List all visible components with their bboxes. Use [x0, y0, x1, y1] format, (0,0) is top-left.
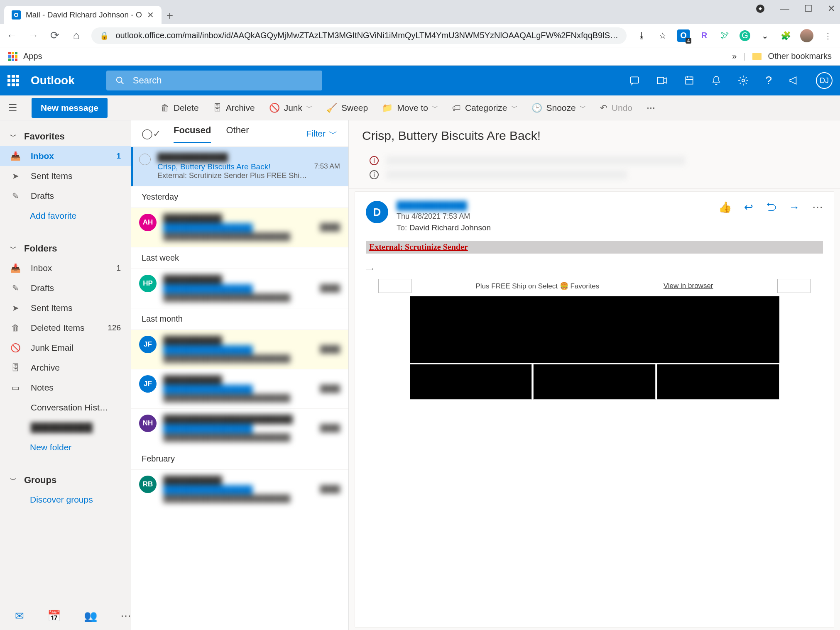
date-header-last-week: Last week [131, 247, 348, 269]
more-actions-button[interactable]: ⋯ [647, 103, 655, 113]
message-item[interactable]: AH █████████████████████████████████████… [131, 208, 348, 247]
email-subject-title: Crisp, Buttery Biscuits Are Back! [349, 120, 840, 151]
more-actions-icon[interactable]: ⋯ [812, 201, 823, 214]
new-message-button[interactable]: New message [32, 98, 108, 118]
nav-drafts-favorite[interactable]: ✎Drafts [0, 186, 131, 206]
close-window-icon[interactable]: ✕ [828, 3, 835, 14]
new-tab-button[interactable]: + [162, 7, 178, 24]
nav-conversation-history[interactable]: Conversation Hist… [0, 398, 131, 418]
extension-rakuten-icon[interactable]: R [698, 29, 710, 42]
clock-icon: 🕒 [531, 103, 542, 113]
tab-other[interactable]: Other [226, 125, 249, 142]
categorize-button[interactable]: 🏷Categorize﹀ [452, 103, 517, 113]
outlook-title: Outlook [31, 74, 75, 87]
back-icon[interactable]: ← [6, 29, 18, 42]
nav-junk[interactable]: 🚫Junk Email [0, 338, 131, 358]
my-day-icon[interactable] [684, 75, 695, 86]
tab-title: Mail - David Richard Johnson - O [26, 10, 142, 20]
reply-icon[interactable]: ↩ [744, 201, 753, 214]
promo-link[interactable]: Plus FREE Ship on Select 🍔 Favorites [475, 282, 599, 291]
view-in-browser-link[interactable]: View in browser [664, 282, 713, 290]
url-input[interactable]: 🔒 outlook.office.com/mail/inbox/id/AAQkA… [91, 27, 627, 44]
external-sender-warning: External: Scrutinize Sender [366, 241, 823, 254]
notifications-icon[interactable] [711, 75, 721, 86]
message-list-scroll[interactable]: ████████████ Crisp, Buttery Biscuits Are… [131, 147, 348, 630]
warning-icon: i [370, 156, 379, 165]
like-icon[interactable]: 👍 [718, 201, 732, 214]
home-icon[interactable]: ⌂ [70, 29, 83, 42]
nav-toggle-icon[interactable]: ☰ [8, 102, 17, 114]
megaphone-icon[interactable] [789, 75, 799, 86]
extensions-puzzle-icon[interactable]: 🧩 [779, 29, 792, 42]
junk-button[interactable]: 🚫Junk﹀ [269, 103, 312, 113]
search-input[interactable] [133, 75, 313, 86]
nav-notes[interactable]: ▭Notes [0, 378, 131, 398]
delete-button[interactable]: 🗑Delete [161, 103, 199, 113]
maximize-icon[interactable]: ☐ [804, 3, 813, 14]
browser-tab-strip: O Mail - David Richard Johnson - O ✕ + —… [0, 0, 840, 24]
user-avatar[interactable]: DJ [816, 72, 833, 89]
discover-groups-link[interactable]: Discover groups [0, 490, 131, 510]
reload-icon[interactable]: ⟳ [49, 29, 61, 42]
add-favorite-link[interactable]: Add favorite [0, 206, 131, 226]
select-all-icon[interactable]: ◯✓ [142, 128, 161, 139]
calendar-module-icon[interactable]: 📅 [47, 610, 61, 623]
apps-grid-icon[interactable] [8, 52, 17, 61]
message-item[interactable]: JF █████████████████████████████████████… [131, 330, 348, 369]
message-card: D ████████████ Thu 4/8/2021 7:53 AM To: … [355, 191, 834, 628]
chrome-menu-icon[interactable]: ⋮ [822, 29, 834, 42]
teams-meet-icon[interactable] [656, 75, 667, 86]
nav-archive[interactable]: 🗄Archive [0, 358, 131, 378]
reply-all-icon[interactable]: ⮌ [766, 201, 776, 214]
nav-deleted[interactable]: 🗑Deleted Items126 [0, 318, 131, 338]
nav-drafts[interactable]: ✎Drafts [0, 278, 131, 298]
search-box[interactable] [106, 71, 322, 90]
message-item[interactable]: HP █████████████████████████████████████… [131, 269, 348, 308]
people-module-icon[interactable]: 👥 [84, 610, 97, 623]
bookmark-star-icon[interactable]: ☆ [656, 29, 669, 42]
extension-office-icon[interactable]: O [677, 29, 690, 42]
teams-chat-icon[interactable] [629, 75, 640, 86]
nav-sent-favorite[interactable]: ➤Sent Items [0, 166, 131, 186]
extension-grammarly-icon[interactable]: G [740, 30, 750, 41]
archive-button[interactable]: 🗄Archive [213, 103, 255, 113]
extension-bird-icon[interactable]: 🕊 [719, 29, 731, 42]
minimize-icon[interactable]: — [780, 3, 789, 14]
tab-close-icon[interactable]: ✕ [147, 10, 154, 20]
apps-label[interactable]: Apps [23, 51, 42, 61]
nav-hidden-folder[interactable]: ██████████ [0, 418, 131, 437]
message-item[interactable]: ████████████ Crisp, Buttery Biscuits Are… [131, 147, 348, 186]
tab-focused[interactable]: Focused [174, 125, 211, 142]
select-circle-icon[interactable] [139, 154, 151, 165]
nav-inbox[interactable]: 📥Inbox1 [0, 258, 131, 278]
nav-inbox-favorite[interactable]: 📥Inbox1 [0, 146, 131, 166]
forward-icon[interactable]: → [789, 201, 800, 214]
bookmark-overflow-icon[interactable]: » [732, 51, 737, 61]
message-item[interactable]: RB █████████████████████████████████████… [131, 470, 348, 509]
browser-tab[interactable]: O Mail - David Richard Johnson - O ✕ [4, 6, 162, 24]
favorites-header[interactable]: ﹀Favorites [0, 127, 131, 146]
profile-avatar-icon[interactable] [800, 29, 813, 42]
message-item[interactable]: NH █████████████████████████████████████… [131, 409, 348, 448]
app-launcher-icon[interactable] [7, 75, 19, 86]
nav-sent[interactable]: ➤Sent Items [0, 298, 131, 318]
extension-pocket-icon[interactable]: ⌄ [759, 29, 771, 42]
other-bookmarks-label[interactable]: Other bookmarks [768, 51, 832, 61]
move-to-button[interactable]: 📁Move to﹀ [382, 103, 438, 113]
filter-button[interactable]: Filter﹀ [306, 128, 338, 139]
download-icon[interactable]: ⭳ [636, 29, 648, 42]
more-modules-icon[interactable]: ⋯ [120, 610, 131, 623]
help-icon[interactable]: ? [765, 74, 772, 87]
snooze-button[interactable]: 🕒Snooze﹀ [531, 103, 586, 113]
message-item[interactable]: JF █████████████████████████████████████… [131, 369, 348, 409]
settings-icon[interactable] [738, 75, 749, 86]
folders-header[interactable]: ﹀Folders [0, 239, 131, 258]
message-list-header: ◯✓ Focused Other Filter﹀ [131, 120, 348, 147]
sender-name: ████████████ [397, 201, 467, 210]
chevron-down-icon: ﹀ [10, 244, 17, 253]
mail-module-icon[interactable]: ✉ [15, 610, 24, 623]
groups-header[interactable]: ﹀Groups [0, 471, 131, 490]
new-folder-link[interactable]: New folder [0, 437, 131, 457]
sweep-button[interactable]: 🧹Sweep [326, 103, 368, 113]
sender-avatar: JF [139, 375, 157, 393]
